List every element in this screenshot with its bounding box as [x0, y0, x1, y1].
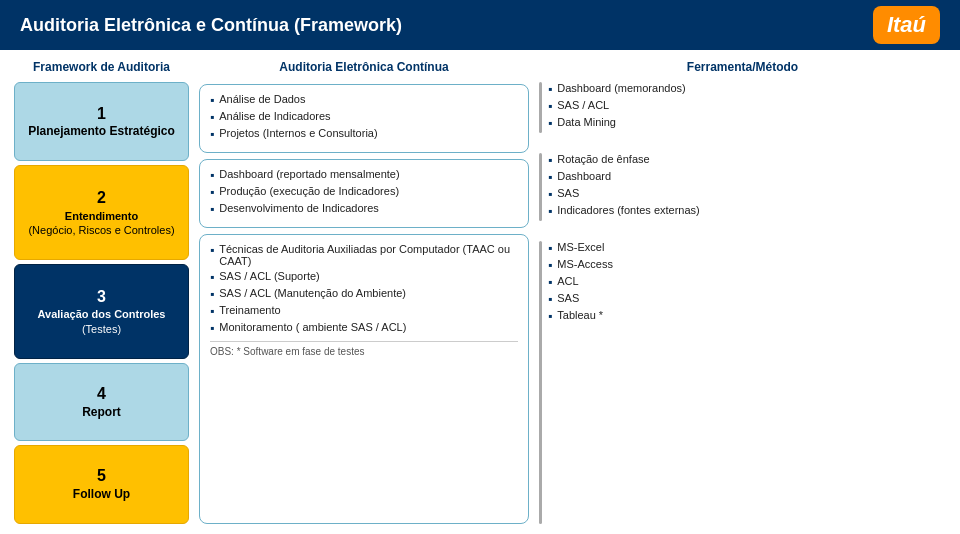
audit-box-1: Análise de Dados Análise de Indicadores … — [199, 84, 529, 153]
audit-item-1-2: Análise de Indicadores — [210, 110, 518, 124]
fmethod-2-3: SAS — [548, 187, 700, 201]
fmethod-2-2: Dashboard — [548, 170, 700, 184]
audit-item-3-1: Técnicas de Auditoria Auxiliadas por Com… — [210, 243, 518, 267]
fmethod-3-1: MS-Excel — [548, 241, 613, 255]
itau-logo: Itaú — [873, 6, 940, 44]
ferramenta-group3-container: MS-Excel MS-Access ACL SAS Tableau * — [539, 241, 946, 524]
step-3-number: 3 — [97, 287, 106, 308]
step-5: 5 Follow Up — [14, 445, 189, 524]
audit-box-2: Dashboard (reportado mensalmente) Produç… — [199, 159, 529, 228]
col-auditoria-title: Auditoria Eletrônica Contínua — [199, 60, 529, 74]
ferramenta-group1: Dashboard (memorandos) SAS / ACL Data Mi… — [548, 82, 686, 133]
step-4-label: Report — [82, 405, 121, 421]
header: Auditoria Eletrônica e Contínua (Framewo… — [0, 0, 960, 50]
fmethod-3-3: ACL — [548, 275, 613, 289]
col-framework-title: Framework de Auditoria — [14, 60, 189, 74]
audit-item-3-5: Monitoramento ( ambiente SAS / ACL) — [210, 321, 518, 335]
fmethod-1-1: Dashboard (memorandos) — [548, 82, 686, 96]
fmethod-3-5: Tableau * — [548, 309, 613, 323]
audit-item-2-2: Produção (execução de Indicadores) — [210, 185, 518, 199]
fmethod-2-4: Indicadores (fontes externas) — [548, 204, 700, 218]
fmethod-3-2: MS-Access — [548, 258, 613, 272]
audit-box-3: Técnicas de Auditoria Auxiliadas por Com… — [199, 234, 529, 524]
step-1: 1 Planejamento Estratégico — [14, 82, 189, 161]
vline-3 — [539, 241, 542, 524]
step-4-number: 4 — [97, 384, 106, 405]
page-title: Auditoria Eletrônica e Contínua (Framewo… — [20, 15, 402, 36]
fmethod-3-4: SAS — [548, 292, 613, 306]
ferramenta-group2: Rotação de ênfase Dashboard SAS Indicado… — [548, 153, 700, 221]
obs-text: OBS: * Software em fase de testes — [210, 341, 518, 357]
step-5-number: 5 — [97, 466, 106, 487]
col-ferramenta: Ferramenta/Método Dashboard (memorandos)… — [539, 60, 946, 524]
ferramenta-group2-container: Rotação de ênfase Dashboard SAS Indicado… — [539, 153, 946, 221]
audit-item-3-3: SAS / ACL (Manutenção do Ambiente) — [210, 287, 518, 301]
main-content: Framework de Auditoria 1 Planejamento Es… — [0, 50, 960, 534]
col-framework: Framework de Auditoria 1 Planejamento Es… — [14, 60, 189, 524]
spacer-2 — [539, 229, 946, 237]
step-3: 3 Avaliação dos Controles(Testes) — [14, 264, 189, 359]
fmethod-2-1: Rotação de ênfase — [548, 153, 700, 167]
col-auditoria: Auditoria Eletrônica Contínua Análise de… — [199, 60, 529, 524]
step-4: 4 Report — [14, 363, 189, 442]
step-2-label: Entendimento(Negócio, Riscos e Controles… — [28, 209, 174, 238]
ferramenta-group3: MS-Excel MS-Access ACL SAS Tableau * — [548, 241, 613, 524]
audit-item-2-1: Dashboard (reportado mensalmente) — [210, 168, 518, 182]
audit-item-3-2: SAS / ACL (Suporte) — [210, 270, 518, 284]
step-2: 2 Entendimento(Negócio, Riscos e Control… — [14, 165, 189, 260]
vline-1 — [539, 82, 542, 133]
step-3-label: Avaliação dos Controles(Testes) — [38, 307, 166, 336]
fmethod-1-3: Data Mining — [548, 116, 686, 130]
step-2-number: 2 — [97, 188, 106, 209]
audit-item-3-4: Treinamento — [210, 304, 518, 318]
step-5-label: Follow Up — [73, 487, 130, 503]
audit-item-1-1: Análise de Dados — [210, 93, 518, 107]
fmethod-1-2: SAS / ACL — [548, 99, 686, 113]
audit-item-1-3: Projetos (Internos e Consultoria) — [210, 127, 518, 141]
audit-item-2-3: Desenvolvimento de Indicadores — [210, 202, 518, 216]
step-1-number: 1 — [97, 104, 106, 125]
step-1-label: Planejamento Estratégico — [28, 124, 175, 140]
spacer-1 — [539, 141, 946, 149]
col-ferramenta-title: Ferramenta/Método — [539, 60, 946, 74]
ferramenta-group1-container: Dashboard (memorandos) SAS / ACL Data Mi… — [539, 82, 946, 133]
vline-2 — [539, 153, 542, 221]
